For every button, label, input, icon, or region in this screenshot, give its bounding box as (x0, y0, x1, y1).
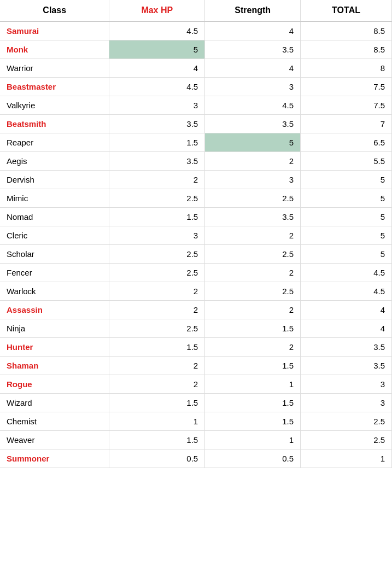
cell-strength: 4.5 (205, 96, 301, 115)
cell-maxhp: 1.5 (109, 133, 205, 152)
cell-class: Cleric (0, 226, 109, 245)
cell-class: Assassin (0, 301, 109, 319)
cell-class: Scholar (0, 245, 109, 264)
cell-strength: 1.5 (205, 394, 301, 412)
cell-strength: 3.5 (205, 115, 301, 133)
cell-total: 4.5 (301, 282, 392, 301)
table-row: Cleric325 (0, 226, 392, 245)
cell-maxhp: 2.5 (109, 189, 205, 208)
header-maxhp: Max HP (109, 0, 205, 21)
table-row: Beatsmith3.53.57 (0, 115, 392, 133)
cell-maxhp: 3.5 (109, 115, 205, 133)
table-row: Weaver1.512.5 (0, 431, 392, 449)
table-row: Summoner0.50.51 (0, 449, 392, 468)
cell-maxhp: 3.5 (109, 152, 205, 171)
cell-total: 2.5 (301, 412, 392, 431)
table-row: Valkyrie34.57.5 (0, 96, 392, 115)
cell-class: Dervish (0, 171, 109, 189)
cell-total: 1 (301, 449, 392, 468)
cell-maxhp: 2 (109, 171, 205, 189)
table-row: Dervish235 (0, 171, 392, 189)
cell-total: 7 (301, 115, 392, 133)
cell-total: 4 (301, 301, 392, 319)
table-row: Monk53.58.5 (0, 40, 392, 59)
cell-strength: 1 (205, 375, 301, 394)
cell-maxhp: 4.5 (109, 21, 205, 40)
cell-class: Reaper (0, 133, 109, 152)
cell-strength: 4 (205, 59, 301, 78)
cell-maxhp: 5 (109, 40, 205, 59)
cell-total: 2.5 (301, 431, 392, 449)
cell-class: Wizard (0, 394, 109, 412)
cell-strength: 2 (205, 226, 301, 245)
cell-maxhp: 1.5 (109, 208, 205, 226)
table-row: Rogue213 (0, 375, 392, 394)
cell-maxhp: 2 (109, 301, 205, 319)
cell-strength: 1 (205, 431, 301, 449)
table-row: Mimic2.52.55 (0, 189, 392, 208)
cell-class: Fencer (0, 264, 109, 282)
cell-strength: 2 (205, 152, 301, 171)
cell-strength: 5 (205, 133, 301, 152)
cell-total: 3 (301, 375, 392, 394)
cell-strength: 3.5 (205, 40, 301, 59)
table-row: Reaper1.556.5 (0, 133, 392, 152)
cell-class: Samurai (0, 21, 109, 40)
table-row: Scholar2.52.55 (0, 245, 392, 264)
cell-total: 5 (301, 245, 392, 264)
cell-class: Aegis (0, 152, 109, 171)
cell-strength: 2 (205, 264, 301, 282)
cell-total: 3.5 (301, 338, 392, 357)
cell-total: 3 (301, 394, 392, 412)
cell-maxhp: 2.5 (109, 319, 205, 338)
cell-class: Ninja (0, 319, 109, 338)
cell-total: 3.5 (301, 357, 392, 375)
cell-maxhp: 4 (109, 59, 205, 78)
cell-strength: 3 (205, 171, 301, 189)
cell-maxhp: 1.5 (109, 338, 205, 357)
table-row: Samurai4.548.5 (0, 21, 392, 40)
table-row: Wizard1.51.53 (0, 394, 392, 412)
cell-maxhp: 1 (109, 412, 205, 431)
cell-total: 8.5 (301, 40, 392, 59)
cell-strength: 2.5 (205, 282, 301, 301)
cell-class: Beatsmith (0, 115, 109, 133)
cell-total: 8.5 (301, 21, 392, 40)
cell-class: Weaver (0, 431, 109, 449)
cell-maxhp: 1.5 (109, 394, 205, 412)
cell-strength: 2 (205, 338, 301, 357)
cell-maxhp: 2.5 (109, 264, 205, 282)
cell-strength: 3.5 (205, 208, 301, 226)
cell-total: 7.5 (301, 96, 392, 115)
cell-strength: 3 (205, 78, 301, 96)
cell-maxhp: 2.5 (109, 245, 205, 264)
cell-class: Monk (0, 40, 109, 59)
cell-class: Warlock (0, 282, 109, 301)
cell-class: Summoner (0, 449, 109, 468)
cell-strength: 1.5 (205, 357, 301, 375)
table-row: Nomad1.53.55 (0, 208, 392, 226)
class-stats-table: Class Max HP Strength TOTAL Samurai4.548… (0, 0, 392, 468)
cell-strength: 2.5 (205, 245, 301, 264)
cell-strength: 0.5 (205, 449, 301, 468)
table-row: Warlock22.54.5 (0, 282, 392, 301)
cell-maxhp: 4.5 (109, 78, 205, 96)
table-row: Assassin224 (0, 301, 392, 319)
cell-strength: 2.5 (205, 189, 301, 208)
table-row: Hunter1.523.5 (0, 338, 392, 357)
cell-total: 5 (301, 171, 392, 189)
cell-maxhp: 1.5 (109, 431, 205, 449)
cell-maxhp: 3 (109, 96, 205, 115)
cell-class: Nomad (0, 208, 109, 226)
cell-total: 4 (301, 319, 392, 338)
cell-class: Shaman (0, 357, 109, 375)
header-class: Class (0, 0, 109, 21)
cell-strength: 1.5 (205, 412, 301, 431)
cell-strength: 4 (205, 21, 301, 40)
cell-class: Mimic (0, 189, 109, 208)
cell-strength: 1.5 (205, 319, 301, 338)
table-row: Chemist11.52.5 (0, 412, 392, 431)
cell-class: Beastmaster (0, 78, 109, 96)
cell-class: Hunter (0, 338, 109, 357)
table-row: Warrior448 (0, 59, 392, 78)
